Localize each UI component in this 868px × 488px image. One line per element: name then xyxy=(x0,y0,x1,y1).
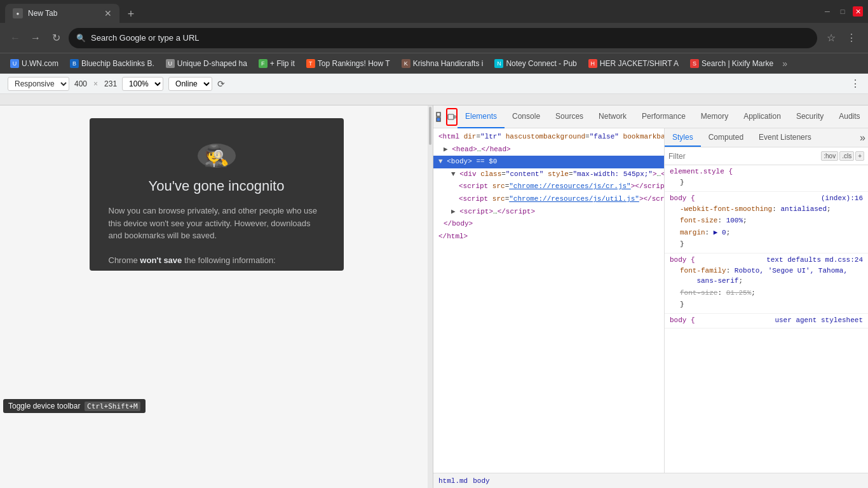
url-bar[interactable]: 🔍 Search Google or type a URL xyxy=(69,28,817,48)
close-button[interactable]: ✕ xyxy=(853,6,863,17)
bookmark-notey[interactable]: N Notey Connect - Pub xyxy=(489,56,581,71)
tab-network[interactable]: Network xyxy=(591,105,634,128)
svg-rect-0 xyxy=(437,112,440,116)
dom-line[interactable]: <html dir="ltr" hascustombackground="fal… xyxy=(433,131,664,144)
incognito-icon: 🕵 xyxy=(198,144,236,168)
viewport-width: 400 xyxy=(74,79,87,88)
bookmarks-more-button[interactable]: » xyxy=(782,58,787,69)
browser-viewport: 🕵 You've gone incognito Now you can brow… xyxy=(0,105,433,488)
dom-line[interactable]: <script src="chrome://resources/js/cr.js… xyxy=(433,180,664,193)
tab-application[interactable]: Application xyxy=(736,105,789,128)
breadcrumb-body[interactable]: body xyxy=(473,477,489,485)
bookmark-flipit[interactable]: F + Flip it xyxy=(254,56,300,71)
css-rule: } xyxy=(670,177,863,189)
dimension-separator: × xyxy=(93,79,98,88)
tab-sources[interactable]: Sources xyxy=(548,105,591,128)
css-block-header: body { text defaults md.css:24 xyxy=(670,256,863,265)
tab-close-button[interactable]: ✕ xyxy=(104,8,112,18)
inspect-element-button[interactable] xyxy=(436,108,446,126)
bookmark-favicon: K xyxy=(402,59,410,68)
tab-memory[interactable]: Memory xyxy=(693,105,736,128)
css-block-body1: body { (index):16 -webkit-font-smoothing… xyxy=(665,192,868,254)
dom-line[interactable]: </body> xyxy=(433,218,664,231)
minimize-button[interactable]: ─ xyxy=(822,6,832,17)
chrome-menu-button[interactable]: ⋮ xyxy=(843,29,860,47)
reload-button[interactable]: ↻ xyxy=(48,30,64,46)
tab-favicon: ● xyxy=(13,8,23,18)
dom-line-body[interactable]: ▼ <body> == $0 xyxy=(433,156,664,168)
breadcrumb-bar: html.md body xyxy=(433,473,868,488)
scroll-thumb[interactable] xyxy=(429,107,431,145)
css-selector: element.style { xyxy=(670,168,733,175)
dom-line[interactable]: ▼ <div class="content" style="max-width:… xyxy=(433,168,664,181)
bookmark-uwn[interactable]: U U.WN.com xyxy=(5,56,64,71)
bookmarks-bar: U U.WN.com B Bluechip Backlinks B. U Uni… xyxy=(0,53,868,74)
bookmark-favicon: H xyxy=(588,59,597,68)
styles-more-icon[interactable]: » xyxy=(860,132,865,144)
responsive-select[interactable]: Responsive xyxy=(8,77,69,91)
breadcrumb-html[interactable]: html.md xyxy=(438,477,468,485)
tab-styles[interactable]: Styles xyxy=(665,128,701,147)
url-input[interactable]: Search Google or type a URL xyxy=(91,33,810,43)
main-area: 🕵 You've gone incognito Now you can brow… xyxy=(0,105,868,488)
forward-button[interactable]: → xyxy=(28,30,43,46)
bookmark-herjacket[interactable]: H HER JACKET/SHIRT A xyxy=(583,56,684,71)
bookmark-favicon: F xyxy=(259,59,268,68)
filter-bar: :hov .cls + xyxy=(665,147,868,165)
dom-line[interactable]: </html> xyxy=(433,231,664,243)
css-block-header: element.style { xyxy=(670,168,863,177)
incognito-body: Now you can browse privately, and other … xyxy=(109,205,325,267)
css-rule: -webkit-font-smoothing: antialiased; xyxy=(670,203,863,215)
css-rule: } xyxy=(670,238,863,250)
tab-security[interactable]: Security xyxy=(789,105,831,128)
hov-button[interactable]: :hov xyxy=(821,151,838,161)
bookmark-favicon: U xyxy=(166,59,175,68)
ruler-area xyxy=(0,94,868,105)
css-block-element-style: element.style { } xyxy=(665,165,868,192)
rotate-icon[interactable]: ⟳ xyxy=(217,79,225,89)
bookmark-bluechip[interactable]: B Bluechip Backlinks B. xyxy=(65,56,159,71)
css-selector: body { xyxy=(670,256,695,264)
cls-button[interactable]: .cls xyxy=(839,151,854,161)
css-source[interactable]: (index):16 xyxy=(821,194,863,203)
title-bar: ● New Tab ✕ + ─ □ ✕ xyxy=(0,0,868,23)
network-throttle-select[interactable]: Online xyxy=(168,77,212,91)
bookmark-unique[interactable]: U Unique D-shaped ha xyxy=(161,56,252,71)
filter-input[interactable] xyxy=(668,152,817,161)
bookmark-star-icon[interactable]: ☆ xyxy=(822,29,840,47)
bookmark-kixify[interactable]: S Search | Kixify Marke xyxy=(685,56,778,71)
bookmark-favicon: N xyxy=(494,59,503,68)
device-toolbar: Responsive 400 × 231 100% Online ⟳ ⋮ xyxy=(0,74,868,94)
tab-event-listeners[interactable]: Event Listeners xyxy=(751,128,819,147)
bookmark-favicon: B xyxy=(70,59,79,68)
css-rule-strikethrough: font-size: 81.25%; xyxy=(670,287,863,299)
scrollbar[interactable] xyxy=(428,105,433,488)
tab-elements[interactable]: Elements xyxy=(458,105,505,128)
bookmark-toprankings[interactable]: T Top Rankings! How T xyxy=(301,56,395,71)
tab-audits[interactable]: Audits xyxy=(831,105,867,128)
active-tab[interactable]: ● New Tab ✕ xyxy=(5,4,119,23)
incognito-title: You've gone incognito xyxy=(149,178,285,194)
dom-line[interactable]: ▶ <script>…</script> xyxy=(433,206,664,219)
svg-rect-3 xyxy=(454,116,456,118)
device-toolbar-more-icon[interactable]: ⋮ xyxy=(850,78,860,90)
maximize-button[interactable]: □ xyxy=(837,6,848,17)
tab-console[interactable]: Console xyxy=(505,105,548,128)
address-actions: ☆ ⋮ xyxy=(822,29,860,47)
css-rule: } xyxy=(670,299,863,311)
new-tab-button[interactable]: + xyxy=(122,5,140,23)
dom-panel: <html dir="ltr" hascustombackground="fal… xyxy=(433,128,665,473)
filter-actions: :hov .cls + xyxy=(821,151,864,161)
dom-line[interactable]: ▶ <head>…</head> xyxy=(433,144,664,156)
bookmark-krishna[interactable]: K Krishna Handicrafts i xyxy=(397,56,489,71)
back-button[interactable]: ← xyxy=(8,30,23,46)
add-rule-button[interactable]: + xyxy=(855,151,864,161)
zoom-select[interactable]: 100% xyxy=(122,77,163,91)
devtools-panel: Elements Console Sources Network Perform… xyxy=(433,105,868,488)
device-toolbar-toggle[interactable] xyxy=(446,108,458,126)
css-source[interactable]: text defaults md.css:24 xyxy=(766,256,863,265)
svg-rect-2 xyxy=(448,114,454,119)
tab-performance[interactable]: Performance xyxy=(634,105,693,128)
dom-line[interactable]: <script src="chrome://resources/js/util.… xyxy=(433,193,664,206)
tab-computed[interactable]: Computed xyxy=(701,128,751,147)
